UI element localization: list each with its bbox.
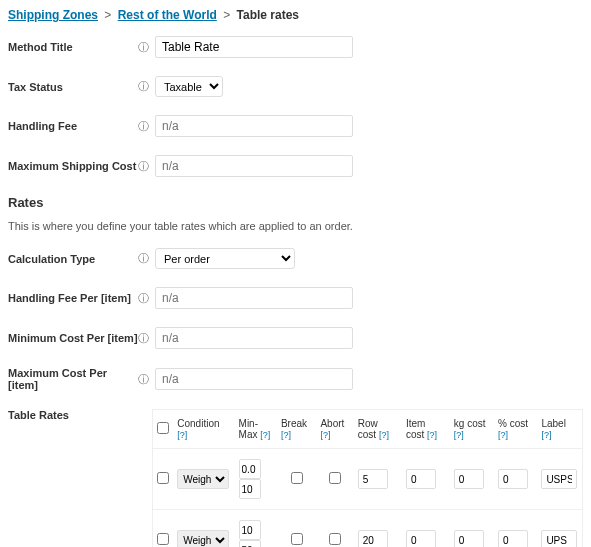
handling-fee-label: Handling Fee xyxy=(8,120,138,132)
pctcost-input[interactable] xyxy=(498,530,528,547)
breadcrumb-current: Table rates xyxy=(237,8,299,22)
help-icon[interactable]: ⓘ xyxy=(138,251,149,266)
help-link[interactable]: [?] xyxy=(320,430,330,440)
th-rowcost: Row cost [?] xyxy=(354,410,402,449)
rowcost-input[interactable] xyxy=(358,530,388,547)
table-rates-label: Table Rates xyxy=(8,409,135,421)
abort-checkbox[interactable] xyxy=(329,472,341,484)
label-input[interactable] xyxy=(541,530,577,547)
max-shipping-cost-label: Maximum Shipping Cost xyxy=(8,160,138,172)
min-cost-per-label: Minimum Cost Per [item] xyxy=(8,332,138,344)
row-checkbox[interactable] xyxy=(157,472,169,484)
min-cost-per-input[interactable] xyxy=(155,327,353,349)
min-input[interactable] xyxy=(239,520,261,540)
max-cost-per-label: Maximum Cost Per [item] xyxy=(8,367,138,391)
method-title-label: Method Title xyxy=(8,41,138,53)
max-shipping-cost-input[interactable] xyxy=(155,155,353,177)
pctcost-input[interactable] xyxy=(498,469,528,489)
help-link[interactable]: [?] xyxy=(498,430,508,440)
max-input[interactable] xyxy=(239,540,261,547)
handling-fee-input[interactable] xyxy=(155,115,353,137)
break-checkbox[interactable] xyxy=(291,533,303,545)
help-link[interactable]: [?] xyxy=(454,430,464,440)
method-title-input[interactable] xyxy=(155,36,353,58)
breadcrumb: Shipping Zones > Rest of the World > Tab… xyxy=(8,8,583,22)
th-pctcost: % cost [?] xyxy=(494,410,537,449)
break-checkbox[interactable] xyxy=(291,472,303,484)
th-condition: Condition [?] xyxy=(173,410,234,449)
help-icon[interactable]: ⓘ xyxy=(138,372,149,387)
help-link[interactable]: [?] xyxy=(177,430,187,440)
help-link[interactable]: [?] xyxy=(427,430,437,440)
breadcrumb-rest-of-world[interactable]: Rest of the World xyxy=(118,8,217,22)
th-abort: Abort [?] xyxy=(316,410,353,449)
table-rates-table: Condition [?] Min-Max [?] Break [?] Abor… xyxy=(153,410,582,547)
min-input[interactable] xyxy=(239,459,261,479)
rowcost-input[interactable] xyxy=(358,469,388,489)
label-input[interactable] xyxy=(541,469,577,489)
th-kgcost: kg cost [?] xyxy=(450,410,494,449)
th-label: Label [?] xyxy=(537,410,582,449)
help-icon[interactable]: ⓘ xyxy=(138,119,149,134)
row-checkbox[interactable] xyxy=(157,533,169,545)
kgcost-input[interactable] xyxy=(454,469,484,489)
select-all-checkbox[interactable] xyxy=(157,422,169,434)
max-input[interactable] xyxy=(239,479,261,499)
itemcost-input[interactable] xyxy=(406,469,436,489)
tax-status-label: Tax Status xyxy=(8,81,138,93)
help-icon[interactable]: ⓘ xyxy=(138,331,149,346)
th-itemcost: Item cost [?] xyxy=(402,410,450,449)
rates-heading: Rates xyxy=(8,195,583,210)
abort-checkbox[interactable] xyxy=(329,533,341,545)
help-link[interactable]: [?] xyxy=(541,430,551,440)
help-icon[interactable]: ⓘ xyxy=(138,79,149,94)
th-minmax: Min-Max [?] xyxy=(235,410,277,449)
th-break: Break [?] xyxy=(277,410,317,449)
breadcrumb-shipping-zones[interactable]: Shipping Zones xyxy=(8,8,98,22)
itemcost-input[interactable] xyxy=(406,530,436,547)
handling-fee-per-input[interactable] xyxy=(155,287,353,309)
condition-select[interactable]: Weight xyxy=(177,469,229,489)
kgcost-input[interactable] xyxy=(454,530,484,547)
calculation-type-select[interactable]: Per order xyxy=(155,248,295,269)
help-link[interactable]: [?] xyxy=(379,430,389,440)
help-icon[interactable]: ⓘ xyxy=(138,159,149,174)
calculation-type-label: Calculation Type xyxy=(8,253,138,265)
table-row: Weight xyxy=(153,510,582,548)
help-link[interactable]: [?] xyxy=(281,430,291,440)
tax-status-select[interactable]: Taxable xyxy=(155,76,223,97)
help-icon[interactable]: ⓘ xyxy=(138,40,149,55)
rates-desc: This is where you define your table rate… xyxy=(8,220,583,232)
max-cost-per-input[interactable] xyxy=(155,368,353,390)
handling-fee-per-label: Handling Fee Per [item] xyxy=(8,292,138,304)
condition-select[interactable]: Weight xyxy=(177,530,229,547)
help-link[interactable]: [?] xyxy=(260,430,270,440)
help-icon[interactable]: ⓘ xyxy=(138,291,149,306)
table-row: Weight xyxy=(153,449,582,510)
